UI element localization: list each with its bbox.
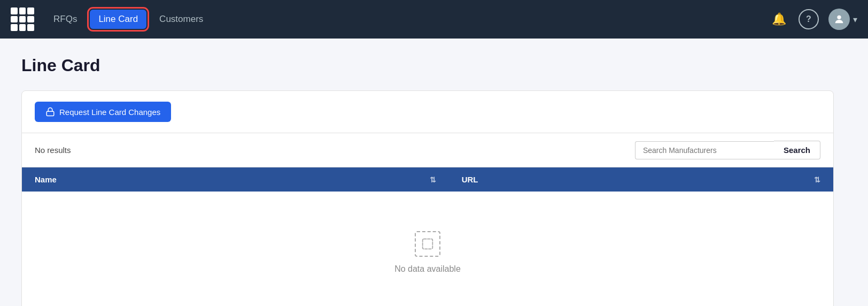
- data-table: Name ⇅ URL ⇅: [22, 167, 833, 306]
- svg-rect-2: [423, 239, 433, 249]
- empty-state-cell: No data available: [22, 192, 833, 306]
- main-content: Line Card Request Line Card Changes No r…: [0, 39, 855, 306]
- empty-state-row: No data available: [22, 192, 833, 306]
- card-toolbar: Request Line Card Changes: [22, 91, 833, 133]
- search-button[interactable]: Search: [774, 141, 820, 159]
- help-icon: ?: [806, 14, 811, 24]
- name-sort-icon: ⇅: [430, 175, 436, 184]
- help-button[interactable]: ?: [799, 9, 819, 29]
- svg-rect-1: [46, 111, 54, 116]
- nav-rfqs[interactable]: RFQs: [45, 10, 86, 29]
- search-manufacturers-input[interactable]: [635, 141, 774, 159]
- table-header-bar: No results Search: [22, 133, 833, 167]
- line-card-panel: Request Line Card Changes No results Sea…: [21, 90, 834, 306]
- request-changes-button[interactable]: Request Line Card Changes: [35, 102, 171, 122]
- bell-icon: 🔔: [772, 12, 786, 26]
- request-changes-label: Request Line Card Changes: [59, 108, 160, 117]
- navbar: RFQs Line Card Customers 🔔 ? ▾: [0, 0, 868, 39]
- navbar-icons: 🔔 ? ▾: [769, 9, 857, 30]
- column-url[interactable]: URL ⇅: [449, 167, 833, 192]
- no-data-label: No data available: [394, 264, 461, 274]
- notification-button[interactable]: 🔔: [769, 9, 789, 29]
- avatar: [828, 9, 850, 30]
- avatar-chevron: ▾: [853, 14, 857, 25]
- empty-state: No data available: [35, 199, 820, 306]
- column-name[interactable]: Name ⇅: [22, 167, 449, 192]
- lock-icon: [45, 107, 55, 117]
- nav-customers[interactable]: Customers: [151, 10, 212, 29]
- table-header-row: Name ⇅ URL ⇅: [22, 167, 833, 192]
- user-menu[interactable]: ▾: [828, 9, 857, 30]
- svg-point-0: [837, 16, 841, 19]
- no-data-icon: [415, 231, 440, 257]
- nav-line-card[interactable]: Line Card: [90, 10, 146, 29]
- page-title: Line Card: [21, 56, 834, 75]
- app-logo: [11, 7, 34, 31]
- no-results-label: No results: [35, 146, 71, 155]
- url-sort-icon: ⇅: [814, 175, 820, 184]
- search-area: Search: [635, 141, 820, 159]
